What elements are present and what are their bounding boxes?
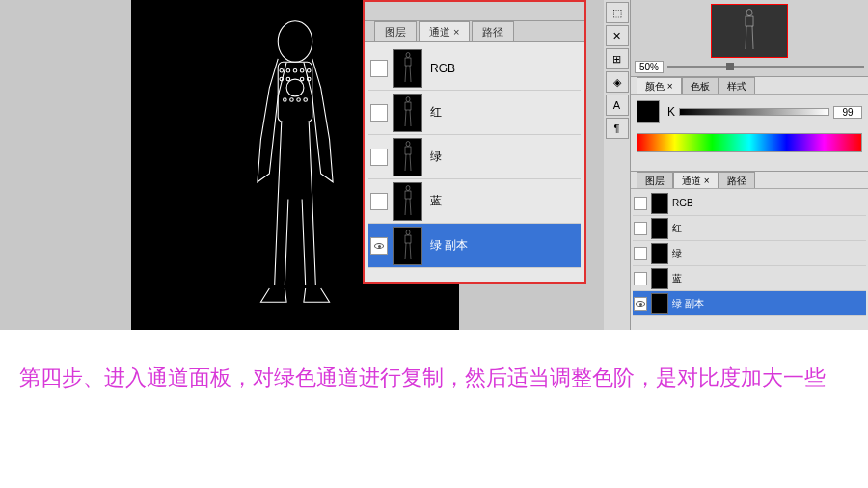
panel-tabs: 图层 通道 × 路径 xyxy=(365,21,584,42)
visibility-toggle[interactable] xyxy=(634,197,647,210)
channel-name: 绿 xyxy=(430,149,442,165)
text-tool-icon[interactable]: A xyxy=(606,95,629,116)
tab-swatches[interactable]: 色板 xyxy=(682,77,719,94)
svg-rect-23 xyxy=(405,191,411,199)
color-panel: 颜色 × 色板 样式 K 99 xyxy=(631,77,868,172)
svg-point-5 xyxy=(293,68,297,72)
svg-point-10 xyxy=(300,77,304,81)
sm-channel-blue[interactable]: 蓝 xyxy=(633,266,866,291)
channel-name: 蓝 xyxy=(430,193,442,209)
small-channels-panel: 图层 通道 × 路径 RGB 红 绿 蓝 绿 副本 xyxy=(631,172,868,330)
channel-name: 绿 xyxy=(672,247,682,260)
visibility-toggle[interactable] xyxy=(370,149,388,166)
paragraph-tool-icon[interactable]: ¶ xyxy=(606,118,629,139)
svg-point-15 xyxy=(304,98,308,102)
svg-point-18 xyxy=(406,96,410,101)
channel-name: 绿 副本 xyxy=(430,237,468,254)
channel-thumb xyxy=(393,94,422,132)
svg-point-2 xyxy=(286,79,304,96)
svg-point-20 xyxy=(406,141,410,146)
tool-strip: ⬚ ✕ ⊞ ◈ A ¶ xyxy=(604,0,631,330)
svg-rect-25 xyxy=(405,235,411,243)
channel-thumb xyxy=(651,218,668,239)
color-value[interactable]: 99 xyxy=(833,106,862,119)
visibility-toggle[interactable] xyxy=(634,222,647,235)
tool-icon[interactable]: ◈ xyxy=(606,71,629,93)
eye-icon xyxy=(374,243,384,249)
visibility-toggle[interactable] xyxy=(370,237,388,255)
svg-point-13 xyxy=(290,98,294,102)
sm-channel-green[interactable]: 绿 xyxy=(633,241,866,266)
channel-name: 绿 副本 xyxy=(672,297,704,311)
svg-point-9 xyxy=(286,77,290,81)
channels-panel: 图层 通道 × 路径 RGB 红 绿 蓝 绿 副本 xyxy=(363,0,586,284)
channel-name: 红 xyxy=(672,222,682,235)
channel-thumb xyxy=(651,293,668,314)
tool-icon[interactable]: ⊞ xyxy=(606,48,629,69)
zoom-handle[interactable] xyxy=(726,63,734,70)
color-slider[interactable] xyxy=(679,108,829,116)
svg-point-26 xyxy=(746,10,752,16)
visibility-toggle[interactable] xyxy=(634,297,647,311)
svg-point-14 xyxy=(297,98,301,102)
visibility-toggle[interactable] xyxy=(370,60,388,77)
visibility-toggle[interactable] xyxy=(634,272,647,285)
tab-styles[interactable]: 样式 xyxy=(719,77,755,94)
right-dock: ⬚ ✕ ⊞ ◈ A ¶ 50% 颜色 × 色板 样式 K xyxy=(604,0,868,330)
tab-layers-sm[interactable]: 图层 xyxy=(637,172,673,188)
tab-paths-sm[interactable]: 路径 xyxy=(719,172,755,188)
channel-green-copy[interactable]: 绿 副本 xyxy=(368,224,581,268)
svg-rect-19 xyxy=(405,102,411,110)
channel-list: RGB 红 绿 蓝 绿 副本 xyxy=(365,42,584,272)
tool-icon[interactable]: ✕ xyxy=(606,25,629,46)
channel-name: RGB xyxy=(672,198,693,208)
svg-point-24 xyxy=(406,230,410,234)
tool-icon[interactable]: ⬚ xyxy=(606,2,629,23)
svg-point-0 xyxy=(278,21,312,63)
svg-point-16 xyxy=(406,52,410,57)
channel-thumb xyxy=(651,268,668,289)
tab-color[interactable]: 颜色 × xyxy=(637,77,682,94)
navigator-panel: 50% xyxy=(631,0,868,77)
panel-header xyxy=(365,2,584,21)
foreground-color[interactable] xyxy=(637,100,660,123)
channel-thumb xyxy=(393,182,422,221)
visibility-toggle[interactable] xyxy=(370,193,388,210)
color-label: K xyxy=(667,105,675,119)
svg-point-22 xyxy=(406,185,410,190)
sm-channel-green-copy[interactable]: 绿 副本 xyxy=(633,291,866,316)
channel-name: 蓝 xyxy=(672,272,682,285)
channel-rgb[interactable]: RGB xyxy=(368,46,581,91)
sm-channel-rgb[interactable]: RGB xyxy=(633,191,866,216)
channel-thumb xyxy=(393,49,422,88)
visibility-toggle[interactable] xyxy=(634,247,647,260)
svg-point-4 xyxy=(286,68,290,72)
channel-thumb xyxy=(393,227,422,265)
tab-channels-sm[interactable]: 通道 × xyxy=(673,172,719,188)
channel-name: RGB xyxy=(430,62,455,75)
channel-red[interactable]: 红 xyxy=(368,91,581,135)
svg-point-6 xyxy=(300,68,304,72)
color-spectrum[interactable] xyxy=(637,133,862,152)
svg-point-3 xyxy=(280,68,284,72)
svg-rect-17 xyxy=(405,58,411,66)
zoom-slider[interactable] xyxy=(667,66,864,68)
channel-green[interactable]: 绿 xyxy=(368,135,581,179)
svg-point-12 xyxy=(284,98,287,102)
tab-channels[interactable]: 通道 × xyxy=(419,21,470,41)
sm-channel-red[interactable]: 红 xyxy=(633,216,866,241)
svg-rect-21 xyxy=(405,147,411,154)
tab-paths[interactable]: 路径 xyxy=(472,21,514,41)
svg-point-7 xyxy=(307,68,311,72)
channel-thumb xyxy=(393,138,422,176)
navigator-thumb[interactable] xyxy=(711,4,788,58)
tab-layers[interactable]: 图层 xyxy=(374,21,417,41)
svg-rect-27 xyxy=(746,16,753,26)
channel-thumb xyxy=(651,243,668,264)
visibility-toggle[interactable] xyxy=(370,104,388,122)
workspace-gray-left xyxy=(0,0,131,330)
zoom-value[interactable]: 50% xyxy=(635,61,664,73)
eye-icon xyxy=(636,301,645,307)
channel-blue[interactable]: 蓝 xyxy=(368,179,581,224)
channel-thumb xyxy=(651,193,668,214)
